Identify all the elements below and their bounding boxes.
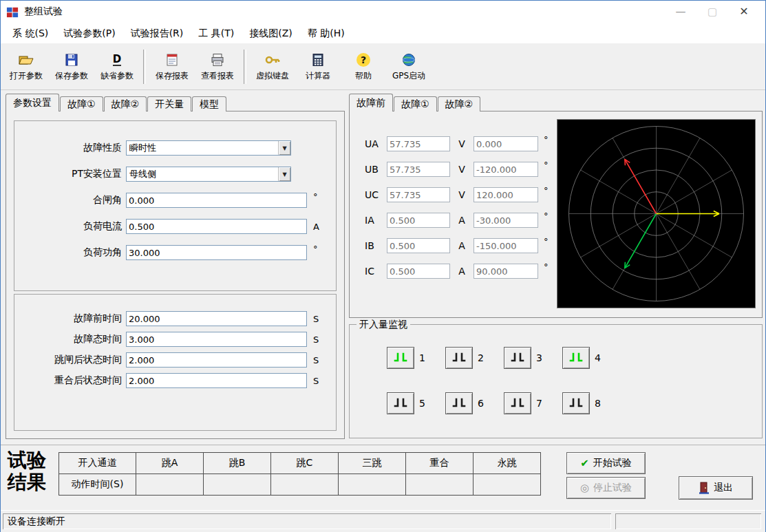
prefault-time-label: 故障前时间 (17, 312, 126, 325)
fault-time-input[interactable] (126, 332, 307, 347)
ic-angle-input[interactable] (474, 264, 538, 279)
tab-fault-1-left[interactable]: 故障① (60, 96, 103, 111)
prefault-time-input[interactable] (126, 311, 307, 326)
switch-channel-number: 6 (478, 398, 484, 409)
app-icon (6, 6, 19, 19)
switch-channel: 2 (445, 347, 484, 369)
close-icon[interactable]: ✕ (728, 1, 760, 23)
tab-param-settings[interactable]: 参数设置 (6, 94, 59, 111)
uc-angle-input[interactable] (474, 187, 538, 202)
ia-angle-input[interactable] (474, 213, 538, 228)
start-test-button[interactable]: ✔ 开始试验 (566, 452, 646, 474)
tab-model[interactable]: 模型 (192, 96, 226, 111)
ub-magnitude-input[interactable] (387, 162, 450, 177)
status-secondary-panel (615, 513, 761, 529)
save-report-button[interactable]: 保存报表 (149, 47, 195, 87)
default-params-button[interactable]: D 缺省参数 (94, 47, 140, 87)
tab-fault-2-right[interactable]: 故障② (438, 96, 481, 111)
exit-button[interactable]: 退出 (679, 476, 753, 500)
chevron-down-icon[interactable]: ▼ (278, 141, 290, 155)
load-current-input[interactable] (126, 219, 307, 234)
switch-indicator-8[interactable] (562, 392, 590, 414)
menu-help[interactable]: 帮 助(H) (300, 23, 352, 43)
virtual-keyboard-icon (264, 51, 281, 69)
switch-contact-icon (393, 352, 408, 363)
tab-prefault[interactable]: 故障前 (349, 94, 393, 111)
after-reclose-time-unit: S (313, 376, 319, 386)
ib-angle-input[interactable] (474, 238, 538, 253)
switch-channel: 3 (504, 347, 542, 369)
tab-switch-quantity[interactable]: 开关量 (147, 96, 191, 111)
uc-magnitude-input[interactable] (387, 187, 450, 202)
phasor-unit: V (450, 164, 474, 175)
menu-test-report[interactable]: 试验报告(R) (123, 23, 191, 43)
after-trip-time-input[interactable] (126, 352, 307, 368)
toolbar-label: 计算器 (306, 70, 330, 82)
switch-indicator-3[interactable] (504, 347, 531, 369)
phasor-row-uc: UC V ° (365, 187, 549, 202)
switch-channel-number: 7 (536, 398, 542, 409)
fault-time-label: 故障态时间 (17, 333, 126, 345)
minimize-icon[interactable]: — (665, 1, 696, 23)
switch-channel: 5 (387, 392, 425, 414)
ib-magnitude-input[interactable] (387, 238, 450, 253)
after-reclose-time-input[interactable] (126, 373, 307, 388)
ic-magnitude-input[interactable] (387, 264, 450, 279)
switch-channel-number: 1 (419, 352, 425, 363)
results-header: 重合 (406, 453, 474, 474)
toolbar: 打开参数 保存参数 D 缺省参数 保存报表 查看报表 (1, 43, 765, 90)
load-angle-unit: ° (313, 244, 318, 254)
field-row: 负荷功角 ° (17, 245, 333, 260)
degree-symbol: ° (544, 134, 549, 145)
tab-fault-2-left[interactable]: 故障② (104, 96, 147, 111)
view-report-button[interactable]: 查看报表 (195, 47, 240, 87)
switch-input-monitor-groupbox: 开入量监视 1 2 3 4 5 6 7 (349, 324, 763, 438)
switch-channel: 7 (504, 392, 542, 414)
switch-channel: 4 (562, 347, 601, 369)
exit-label: 退出 (714, 482, 733, 494)
results-value-cell (204, 474, 271, 496)
switch-channel-number: 8 (595, 398, 601, 409)
open-params-button[interactable]: 打开参数 (3, 47, 49, 87)
pt-position-select[interactable]: 母线侧 ▼ (126, 167, 291, 182)
switch-indicator-4[interactable] (562, 347, 590, 369)
menu-system[interactable]: 系 统(S) (5, 23, 56, 43)
field-row: 故障性质 瞬时性 ▼ (17, 140, 333, 156)
toolbar-label: 保存报表 (156, 70, 189, 82)
switch-indicator-1[interactable] (387, 347, 414, 369)
stop-test-button[interactable]: ◎ 停止试验 (566, 477, 646, 499)
maximize-icon[interactable]: ▢ (696, 1, 728, 23)
help-button[interactable]: ? 帮助 (341, 47, 386, 87)
switch-indicator-7[interactable] (504, 392, 531, 414)
virtual-keyboard-button[interactable]: 虚拟键盘 (250, 47, 295, 87)
phasor-name: UB (365, 164, 387, 175)
titlebar: 整组试验 — ▢ ✕ (1, 1, 765, 23)
tab-fault-1-right[interactable]: 故障① (394, 96, 437, 111)
ua-angle-input[interactable] (474, 136, 538, 151)
menu-wiring-diagram[interactable]: 接线图(Z) (242, 23, 300, 43)
ia-magnitude-input[interactable] (387, 213, 450, 228)
prefault-time-unit: S (313, 314, 319, 324)
menu-test-params[interactable]: 试验参数(P) (56, 23, 123, 43)
close-angle-input[interactable] (126, 193, 307, 208)
fault-nature-select[interactable]: 瞬时性 ▼ (126, 140, 291, 156)
window-title: 整组试验 (24, 6, 63, 18)
chevron-down-icon[interactable]: ▼ (278, 167, 290, 181)
phasor-unit: V (450, 189, 474, 200)
param-settings-page: 故障性质 瞬时性 ▼ PT安装位置 母线侧 ▼ 合闸角 ° 负荷电流 (6, 111, 345, 439)
gps-start-button[interactable]: GPS启动 (386, 47, 432, 87)
calculator-button[interactable]: 计算器 (295, 47, 341, 87)
menu-tools[interactable]: 工 具(T) (191, 23, 242, 43)
phasor-unit: A (450, 240, 474, 251)
save-params-button[interactable]: 保存参数 (49, 47, 94, 87)
degree-symbol: ° (544, 262, 549, 272)
load-angle-input[interactable] (126, 245, 307, 260)
app-window: 整组试验 — ▢ ✕ 系 统(S) 试验参数(P) 试验报告(R) 工 具(T)… (0, 0, 766, 532)
ub-angle-input[interactable] (474, 162, 538, 177)
switch-indicator-2[interactable] (445, 347, 473, 369)
field-row: 重合后状态时间 S (17, 373, 333, 388)
switch-indicator-5[interactable] (387, 392, 414, 414)
switch-indicator-6[interactable] (445, 392, 473, 414)
ua-magnitude-input[interactable] (387, 136, 450, 151)
gps-globe-icon (401, 51, 416, 69)
